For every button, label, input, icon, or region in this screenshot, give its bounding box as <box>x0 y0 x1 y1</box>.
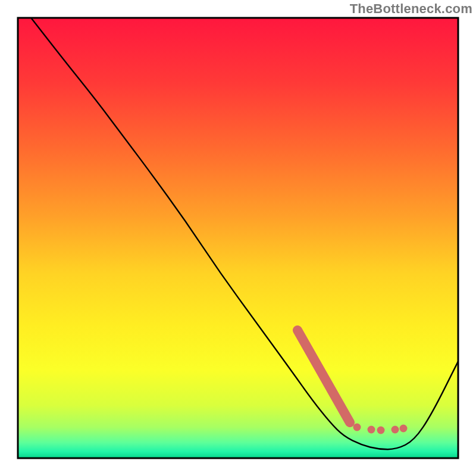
highlight-dot <box>377 427 385 434</box>
highlight-dot <box>392 426 399 434</box>
highlight-dot <box>400 425 408 433</box>
bottleneck-chart <box>0 0 476 476</box>
watermark-text: TheBottleneck.com <box>350 1 472 17</box>
chart-stage: TheBottleneck.com <box>0 0 476 476</box>
highlight-dot <box>353 424 361 431</box>
highlight-dot <box>368 426 375 434</box>
